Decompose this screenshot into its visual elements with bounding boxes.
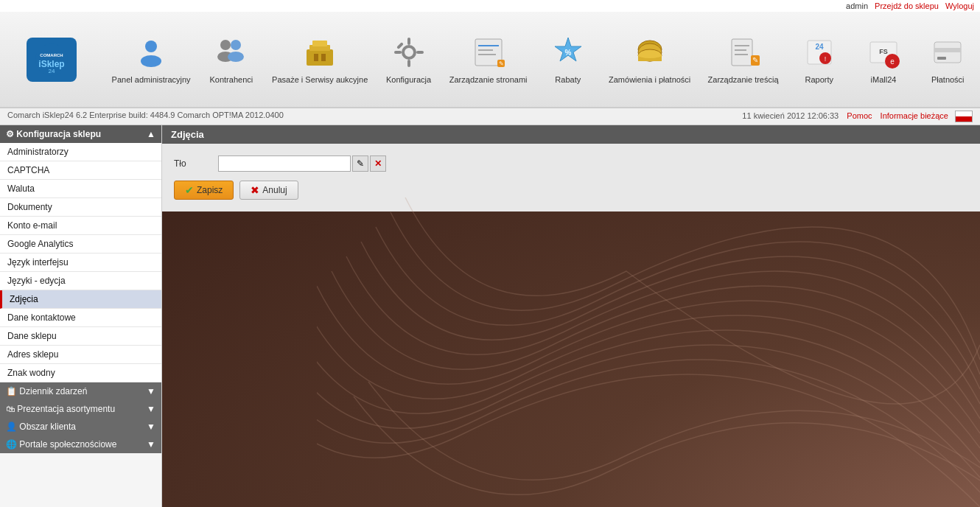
sidebar-item-dane-sklepu[interactable]: Dane sklepu bbox=[0, 327, 161, 346]
content-title: Zdjęcia bbox=[171, 129, 204, 140]
svg-rect-19 bbox=[416, 51, 424, 54]
svg-rect-49 bbox=[934, 48, 961, 52]
sidebar-item-jezyki-edycja[interactable]: Języki - edycja bbox=[0, 272, 161, 290]
status-right: 11 kwiecień 2012 12:06:33 Pomoc Informac… bbox=[742, 111, 973, 122]
nav-item-zamowienia[interactable]: Zamówienia i płatności bbox=[603, 29, 696, 89]
sidebar-item-administratorzy[interactable]: Administratorzy bbox=[0, 143, 161, 161]
nav-item-platnosci[interactable]: Płatności bbox=[918, 29, 977, 89]
nav-item-zarzadzanie-stronami[interactable]: ✎ Zarządzanie stronami bbox=[444, 29, 533, 89]
sidebar-section-obszar-klienta[interactable]: 👤 Obszar klienta ▼ bbox=[0, 418, 161, 436]
sidebar-item-captcha[interactable]: CAPTCHA bbox=[0, 161, 161, 180]
collapse-icon-obszar: ▼ bbox=[147, 422, 155, 432]
sidebar: ⚙ Konfiguracja sklepu ▲ Administratorzy … bbox=[0, 125, 162, 507]
sidebar-section-prezentacja-label: Prezentacja asortymentu bbox=[17, 404, 115, 414]
save-button[interactable]: ✔ Zapisz bbox=[174, 181, 234, 200]
nav-item-zarzadzanie-trescia[interactable]: ✎ Zarządzanie treścią bbox=[702, 29, 785, 89]
sidebar-section-konfiguracja-sklepu[interactable]: ⚙ Konfiguracja sklepu ▲ bbox=[0, 125, 161, 143]
nav-label-zarzadzanie-stronami: Zarządzanie stronami bbox=[449, 74, 528, 85]
svg-rect-23 bbox=[478, 49, 493, 51]
svg-rect-13 bbox=[314, 54, 318, 61]
svg-text:!: ! bbox=[825, 55, 827, 63]
nav-label-zarzadzanie-trescia: Zarządzanie treścią bbox=[708, 74, 779, 85]
konfiguracja-svg bbox=[391, 35, 427, 70]
content-panel: Zdjęcia Tło ✎ ✕ ✔ Zapisz bbox=[162, 125, 980, 211]
kontrahenci-icon bbox=[212, 33, 251, 71]
zarzadzanie-trescia-icon: ✎ bbox=[724, 33, 763, 71]
svg-rect-37 bbox=[735, 54, 748, 55]
rabaty-icon: % bbox=[549, 33, 587, 71]
go-to-shop-link[interactable]: Przejdź do sklepu bbox=[875, 1, 939, 10]
logo-area[interactable]: COMARCH iSklep 24 bbox=[0, 38, 103, 82]
svg-text:%: % bbox=[564, 49, 571, 57]
tlo-clear-button[interactable]: ✕ bbox=[370, 155, 386, 172]
svg-rect-12 bbox=[312, 41, 327, 46]
svg-rect-35 bbox=[735, 45, 749, 46]
zamowienia-icon bbox=[631, 33, 669, 71]
sidebar-section-obszar-label: Obszar klienta bbox=[19, 422, 76, 432]
svg-rect-20 bbox=[396, 42, 404, 49]
svg-text:24: 24 bbox=[815, 43, 824, 51]
svg-text:FS: FS bbox=[879, 48, 888, 55]
sidebar-section-prezentacja[interactable]: 🛍 Prezentacja asortymentu ▼ bbox=[0, 400, 161, 418]
nav-label-zamowienia: Zamówienia i płatności bbox=[609, 74, 690, 85]
sidebar-item-adres-sklepu[interactable]: Adres sklepu bbox=[0, 346, 161, 364]
svg-text:✎: ✎ bbox=[498, 60, 503, 67]
nav-item-konfiguracja[interactable]: Konfiguracja bbox=[379, 29, 438, 89]
zamowienia-svg bbox=[632, 35, 668, 70]
nav-item-pasaze[interactable]: Pasaże i Serwisy aukcyjne bbox=[266, 29, 374, 89]
zarzadzanie-stronami-svg: ✎ bbox=[471, 35, 506, 70]
help-link[interactable]: Pomoc bbox=[847, 111, 872, 120]
nav-item-rabaty[interactable]: % Rabaty bbox=[539, 29, 598, 89]
sidebar-item-znak-wodny[interactable]: Znak wodny bbox=[0, 364, 161, 382]
nav-item-kontrahenci[interactable]: Kontrahenci bbox=[202, 29, 261, 89]
svg-point-4 bbox=[145, 41, 157, 52]
svg-rect-10 bbox=[307, 49, 333, 66]
header: COMARCH iSklep 24 Panel administracyjny bbox=[0, 12, 980, 108]
nav-item-raporty[interactable]: 24 ! Raporty bbox=[790, 29, 849, 89]
sidebar-item-waluta[interactable]: Waluta bbox=[0, 180, 161, 198]
panel-icon bbox=[132, 33, 170, 71]
nav-item-imall24[interactable]: FS e iMall24 bbox=[854, 29, 913, 89]
username: admin bbox=[846, 1, 868, 10]
sidebar-section-dziennik[interactable]: 📋 Dziennik zdarzeń ▼ bbox=[0, 382, 161, 400]
svg-rect-14 bbox=[321, 54, 326, 61]
sidebar-item-jezyk-interfejsu[interactable]: Język interfejsu bbox=[0, 254, 161, 272]
tlo-input[interactable] bbox=[218, 155, 351, 172]
collapse-icon-portale: ▼ bbox=[147, 439, 155, 450]
svg-rect-16 bbox=[407, 38, 410, 45]
sidebar-section-dziennik-label: Dziennik zdarzeń bbox=[19, 386, 87, 396]
svg-text:COMARCH: COMARCH bbox=[40, 53, 63, 57]
svg-rect-18 bbox=[394, 51, 402, 54]
collapse-icon-prezentacja: ▼ bbox=[147, 404, 155, 414]
sidebar-item-dokumenty[interactable]: Dokumenty bbox=[0, 198, 161, 217]
sidebar-item-dane-kontaktowe[interactable]: Dane kontaktowe bbox=[0, 309, 161, 327]
pasaze-svg bbox=[302, 35, 337, 70]
cancel-button[interactable]: ✖ Anuluj bbox=[239, 181, 298, 200]
current-info-link[interactable]: Informacje bieżące bbox=[881, 111, 948, 120]
nav-item-panel[interactable]: Panel administracyjny bbox=[106, 29, 197, 89]
content-title-bar: Zdjęcia bbox=[162, 125, 980, 144]
tlo-edit-button[interactable]: ✎ bbox=[352, 155, 368, 172]
svg-point-15 bbox=[403, 46, 415, 58]
sidebar-item-google-analytics[interactable]: Google Analytics bbox=[0, 235, 161, 254]
svg-text:24: 24 bbox=[49, 68, 55, 74]
svg-rect-24 bbox=[478, 54, 496, 55]
sidebar-item-zdjecia[interactable]: Zdjęcia bbox=[0, 290, 161, 309]
content-inner: Tło ✎ ✕ ✔ Zapisz ✖ Anuluj bbox=[162, 144, 980, 211]
status-bar: Comarch iSklep24 6.2 Enterprise build: 4… bbox=[0, 108, 980, 125]
tlo-row: Tło ✎ ✕ bbox=[174, 155, 968, 172]
prezentacja-icon: 🛍 bbox=[6, 404, 15, 414]
cancel-label: Anuluj bbox=[262, 185, 287, 195]
obszar-klienta-icon: 👤 bbox=[6, 422, 17, 432]
tlo-input-group: ✎ ✕ bbox=[218, 155, 386, 172]
sidebar-section-portale[interactable]: 🌐 Portale społecznościowe ▼ bbox=[0, 436, 161, 453]
svg-text:e: e bbox=[890, 57, 895, 66]
imall24-icon: FS e bbox=[864, 33, 903, 71]
konfiguracja-icon bbox=[390, 33, 428, 71]
pasaze-icon bbox=[301, 33, 339, 71]
portale-icon: 🌐 bbox=[6, 439, 17, 450]
auth-bar: admin Przejdź do sklepu Wyloguj bbox=[0, 0, 980, 12]
sidebar-item-konto-email[interactable]: Konto e-mail bbox=[0, 217, 161, 235]
logout-link[interactable]: Wyloguj bbox=[945, 1, 974, 10]
flag-icon bbox=[955, 111, 973, 122]
